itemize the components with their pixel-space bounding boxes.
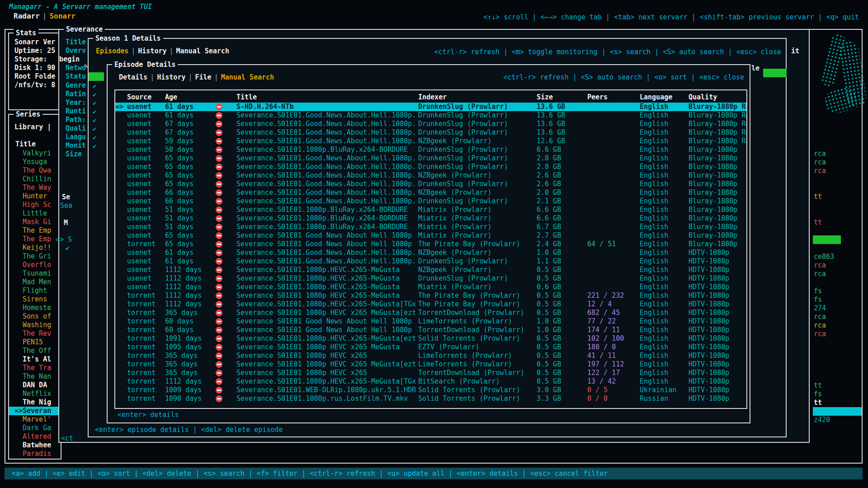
release-row[interactable]: usenet1112 daysSeverance.S01E01.1080p.HE… (115, 283, 746, 291)
release-row[interactable]: usenet50 daysSeverance.S01E01.1080p.BluR… (115, 145, 746, 154)
release-row[interactable]: usenet65 daysSeverance.S01E01.Good.News.… (115, 163, 746, 171)
series-list-item[interactable]: Keijo!! (9, 244, 61, 252)
release-language: English (640, 128, 689, 137)
series-list-item[interactable]: The Emp (9, 235, 61, 244)
release-row[interactable]: usenet61 daysSeverance.S01E01.Good.News.… (115, 111, 746, 120)
series-tab-library[interactable]: Library | (14, 123, 51, 131)
tab-episodes[interactable]: Episodes (96, 47, 128, 55)
series-title-label: The Rev (23, 329, 51, 338)
series-list-item[interactable]: Homeste (9, 304, 61, 312)
series-list-item[interactable]: Mad Men (9, 278, 61, 286)
series-list-item[interactable]: Netflix (9, 389, 61, 398)
tab-file[interactable]: File (195, 73, 212, 81)
series-list[interactable]: ValkyriYosugaThe QwaChillinThe WayHunter… (9, 149, 61, 458)
release-row[interactable]: torrent365 daysSeverance S01E01 1080p HE… (115, 309, 746, 317)
release-row[interactable]: torrent365 daysSeverance S01E01 1080p HE… (115, 369, 746, 377)
release-row[interactable]: usenet61 daysSeverance.S01E01.Good.News.… (115, 257, 746, 266)
release-row[interactable]: torrent1112 daysSeverance.S01E01.1080p.H… (115, 377, 746, 386)
release-age: 59 days (165, 137, 216, 145)
release-row[interactable]: =>usenet61 daysS-HD.H.264-NTbDrunkenSlug… (115, 103, 746, 111)
release-row[interactable]: torrent1112 daysSeverance.S01E01.1080p.H… (115, 300, 746, 309)
release-title: S-HD.H.264-NTb (236, 103, 418, 111)
release-row[interactable]: usenet65 daysSeverance S01E01 Good News … (115, 231, 746, 240)
series-list-item[interactable]: The Nig (9, 398, 61, 407)
series-list-item[interactable]: Batwhee (9, 441, 61, 450)
series-list-item[interactable]: Flight (9, 286, 61, 295)
tab-manual-search[interactable]: Manual Search (176, 47, 229, 55)
release-row[interactable]: usenet65 daysSeverance.S01E01.Good.News.… (115, 171, 746, 180)
series-list-item[interactable]: The Off (9, 347, 61, 355)
series-list-item[interactable]: Valkyri (9, 149, 61, 158)
release-language: English (640, 274, 689, 283)
release-row[interactable]: torrent1095 daysSeverance S01E01 1080p H… (115, 343, 746, 352)
series-list-item[interactable]: DAN DA (9, 381, 61, 389)
selected-marker (115, 352, 127, 360)
release-peers: 41 / 11 (587, 352, 640, 360)
release-row[interactable]: usenet65 daysSeverance.S01E01.Good.News.… (115, 180, 746, 188)
release-row[interactable]: usenet66 daysSeverance.S01E01.Good.News.… (115, 197, 746, 206)
series-list-item[interactable]: Tsunami (9, 269, 61, 278)
release-row[interactable]: usenet59 daysSeverance.S01E01.Good.News.… (115, 137, 746, 145)
release-row[interactable]: usenet61 daysSeverance.S01E01.Good.News.… (115, 249, 746, 257)
series-list-item[interactable]: The Gri (9, 252, 61, 261)
series-list-item[interactable]: Paradis (9, 450, 61, 458)
series-list-item[interactable]: High Sc (9, 201, 61, 209)
release-row[interactable]: usenet1112 daysSeverance.S01E01.1080p.HE… (115, 266, 746, 274)
release-row[interactable]: usenet51 daysSeverance.S01E01.1080p.BluR… (115, 214, 746, 223)
tab-manual-search[interactable]: Manual Search (221, 73, 274, 81)
series-list-item[interactable]: The Nan (9, 372, 61, 381)
release-table[interactable]: SourceAgeTitleIndexerSizePeersLanguageQu… (114, 89, 747, 409)
release-row[interactable]: torrent1090 daysSeverance.S01E01.1080p.r… (115, 394, 746, 403)
selected-marker (115, 188, 127, 197)
release-row[interactable]: usenet67 daysSeverance.S01E01.Good.News.… (115, 128, 746, 137)
release-title: Severance.S01E01.Good.News.About.Hell.10… (236, 128, 418, 137)
release-row[interactable]: torrent60 daysSeverance S01E01 Good News… (115, 317, 746, 326)
release-language: English (640, 377, 689, 386)
tab-history[interactable]: History (138, 47, 166, 55)
release-row[interactable]: usenet65 daysSeverance.S01E01.Good.News.… (115, 154, 746, 163)
series-list-item[interactable]: Mask Gi (9, 218, 61, 226)
series-list-item[interactable]: Altered (9, 432, 61, 441)
selected-marker (115, 163, 127, 171)
series-list-item[interactable]: The Emp (9, 226, 61, 235)
release-row[interactable]: usenet1112 daysSeverance.S01E01.1080p.HE… (115, 274, 746, 283)
series-list-item[interactable]: Marvel' (9, 415, 61, 424)
series-list-item[interactable]: Sirens (9, 295, 61, 304)
series-list-item[interactable]: PEN15 (9, 338, 61, 347)
release-row[interactable]: torrent1009 daysSeverance.S01E01.WEB-DLR… (115, 386, 746, 394)
release-table-rows[interactable]: =>usenet61 daysS-HD.H.264-NTbDrunkenSlug… (115, 103, 746, 403)
series-list-item[interactable]: Sons of (9, 312, 61, 321)
tab-details[interactable]: Details (119, 73, 147, 81)
series-list-item[interactable]: The Way (9, 183, 61, 192)
tab-radarr[interactable]: Radarr (14, 12, 40, 20)
series-list-item[interactable]: Hunter (9, 192, 61, 201)
series-list-item[interactable]: Chillin (9, 175, 61, 183)
series-list-item[interactable]: =>Severan (9, 407, 61, 415)
release-row[interactable]: torrent1112 daysSeverance S01E01 1080p H… (115, 291, 746, 300)
series-list-item[interactable]: Yosuga (9, 158, 61, 166)
release-row[interactable]: torrent60 daysSeverance S01E01 Good News… (115, 326, 746, 334)
release-row[interactable]: torrent365 daysSeverance S01E01 1080p HE… (115, 360, 746, 369)
no-entry-icon (216, 155, 222, 162)
release-row[interactable]: usenet51 daysSeverance.S01E01.1080p.BluR… (115, 223, 746, 231)
episode-tabs[interactable]: Details|History|File|Manual Search (119, 73, 274, 81)
tab-sonarr[interactable]: Sonarr (49, 12, 75, 20)
release-row[interactable]: torrent65 daysSeverance S01E01 Good News… (115, 240, 746, 249)
tab-history[interactable]: History (157, 73, 185, 81)
series-list-item[interactable]: It's Al (9, 355, 61, 364)
series-list-item[interactable]: Washing (9, 321, 61, 329)
release-row[interactable]: torrent365 daysSeverance S01E01 1080p HE… (115, 352, 746, 360)
release-source: usenet (127, 128, 165, 137)
series-list-item[interactable]: The Tra (9, 364, 61, 372)
selected-marker (115, 394, 127, 403)
series-list-item[interactable]: The Qwa (9, 166, 61, 175)
series-list-item[interactable]: Dark Ga (9, 424, 61, 432)
series-list-item[interactable]: Overflo (9, 261, 61, 269)
release-row[interactable]: torrent1091 daysSeverance.S01E01.1080p.H… (115, 334, 746, 343)
release-row[interactable]: usenet51 daysSeverance.S01E01.1080p.BluR… (115, 206, 746, 214)
series-list-item[interactable]: The Rev (9, 329, 61, 338)
release-row[interactable]: usenet67 daysSeverance.S01E01.Good.News.… (115, 120, 746, 128)
season-tabs[interactable]: Episodes|History|Manual Search (96, 47, 229, 55)
series-list-item[interactable]: Little (9, 209, 61, 218)
release-row[interactable]: usenet66 daysSeverance.S01E01.Good.News.… (115, 188, 746, 197)
